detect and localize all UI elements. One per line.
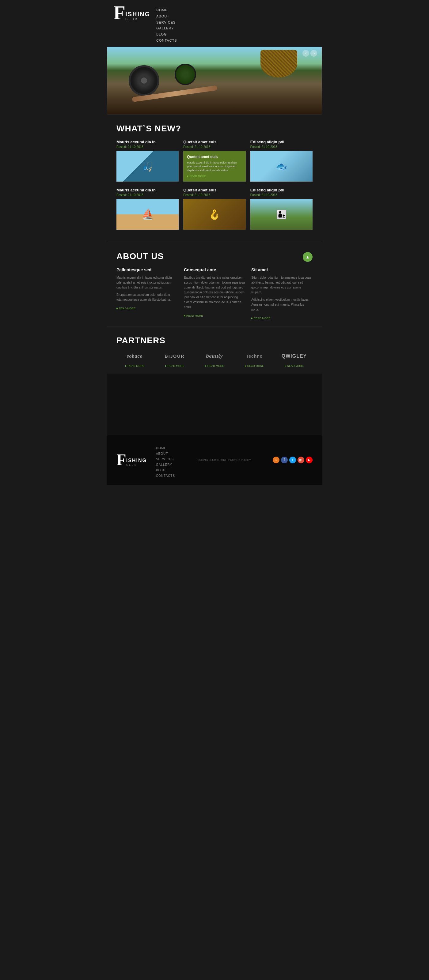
partner-bijour-logo: BIJOUR — [165, 352, 185, 361]
news-item-4-image — [116, 199, 179, 230]
about-col-1-read-more[interactable]: READ MORE — [116, 307, 136, 310]
news-item-4-date: Posted: 21-10-2013 — [116, 193, 179, 197]
partner-sobaco-logo: sobaco — [127, 352, 142, 361]
news-item-5-image — [183, 199, 246, 230]
about-col-2-title: Consequat ante — [184, 267, 245, 272]
news-card-body: Mauris accuml dia in lacus ediscng aliql… — [187, 161, 242, 172]
nav-contacts[interactable]: CONTACTS — [156, 38, 177, 44]
news-item-2-date: Posted: 21-10-2013 — [183, 145, 246, 148]
hero-basket-decoration — [260, 50, 297, 78]
news-card-read-more[interactable]: READ MORE — [187, 175, 206, 178]
news-item-6-date: Posted: 21-10-2013 — [250, 193, 313, 197]
partners-section: PARTNERS sobaco READ MORE BIJOUR READ MO… — [107, 326, 322, 374]
about-col-2-body1: Eapibus tincidturent jus iste natus orpt… — [184, 275, 245, 310]
footer-logo-f: F — [116, 452, 126, 468]
footer-nav-home[interactable]: HOME — [156, 445, 175, 451]
news-item-6: Ediscng aliqln pdi Posted: 21-10-2013 — [250, 188, 313, 230]
partner-techno-read-more[interactable]: READ MORE — [245, 364, 264, 368]
partners-grid: sobaco READ MORE BIJOUR READ MORE beauty… — [116, 352, 313, 368]
footer-nav-gallery[interactable]: GALLERY — [156, 462, 175, 468]
partner-qwigley: QWIGLEY READ MORE — [276, 352, 313, 368]
news-card-title: Quetsit amet euis — [187, 155, 242, 159]
whats-new-title: WHAT`S NEW? — [116, 124, 313, 134]
partner-beauty: beauty READ MORE — [196, 352, 233, 368]
footer-logo-club: CLUB — [126, 463, 147, 466]
news-item-1-title: Mauris accuml dia in — [116, 140, 179, 144]
footer-social: ⌂ f t g+ ▶ — [273, 457, 313, 463]
partner-techno: Techno READ MORE — [236, 352, 273, 368]
partner-bijour-read-more[interactable]: READ MORE — [165, 364, 185, 368]
about-col-2: Consequat ante Eapibus tincidturent jus … — [184, 267, 245, 320]
about-col-1-title: Pellentesque sed — [116, 267, 178, 272]
whats-new-section: WHAT`S NEW? Mauris accuml dia in Posted:… — [107, 115, 322, 242]
social-facebook-button[interactable]: f — [281, 457, 288, 463]
partner-beauty-read-more[interactable]: READ MORE — [205, 364, 224, 368]
main-nav: HOME ABOUT SERVICES GALLERY BLOG CONTACT… — [156, 3, 177, 44]
hero-bg — [107, 47, 322, 114]
footer-logo-ishing: ISHING — [126, 458, 147, 463]
nav-blog[interactable]: BLOG — [156, 32, 177, 38]
social-googleplus-button[interactable]: g+ — [298, 457, 304, 463]
about-section: ABOUT US ▲ Pellentesque sed Mauris accum… — [107, 242, 322, 326]
partner-qwigley-read-more[interactable]: READ MORE — [285, 364, 304, 368]
news-item-4: Mauris accuml dia in Posted: 21-10-2013 — [116, 188, 179, 230]
slider-controls: < > — [303, 50, 317, 57]
about-title: ABOUT US — [116, 251, 313, 261]
nav-about[interactable]: ABOUT — [156, 13, 177, 20]
news-grid-row1: Mauris accuml dia in Posted: 21-10-2013 … — [116, 140, 313, 181]
footer-nav-blog[interactable]: BLOG — [156, 468, 175, 473]
about-grid: Pellentesque sed Mauris accuml dia in la… — [116, 267, 313, 320]
nav-gallery[interactable]: GALLERY — [156, 25, 177, 32]
hero-reel-right — [175, 64, 196, 85]
footer-nav: HOME ABOUT SERVICES GALLERY BLOG CONTACT… — [156, 441, 175, 479]
footer-logo: F ISHING CLUB — [116, 452, 147, 468]
footer-nav-services[interactable]: SERVICES — [156, 457, 175, 462]
header: F ISHING CLUB HOME ABOUT SERVICES GALLER… — [107, 0, 322, 47]
logo-f: F — [113, 3, 125, 23]
partner-techno-logo: Techno — [246, 352, 263, 361]
partners-title: PARTNERS — [116, 336, 313, 345]
news-item-3-title: Ediscng aliqln pdi — [250, 140, 313, 144]
partner-beauty-logo: beauty — [206, 352, 223, 361]
news-item-1-image — [116, 151, 179, 181]
social-youtube-button[interactable]: ▶ — [306, 457, 313, 463]
nav-home[interactable]: HOME — [156, 7, 177, 13]
news-item-6-title: Ediscng aliqln pdi — [250, 188, 313, 192]
slider-prev-button[interactable]: < — [303, 50, 309, 57]
social-rss-button[interactable]: ⌂ — [273, 457, 279, 463]
news-item-6-image — [250, 199, 313, 230]
logo[interactable]: F ISHING CLUB — [113, 3, 150, 23]
partner-qwigley-logo: QWIGLEY — [282, 352, 307, 361]
about-col-3-body2: Adipiscing elaent vestibulum mostlie lac… — [251, 298, 313, 312]
slider-next-button[interactable]: > — [310, 50, 317, 57]
nav-services[interactable]: SERVICES — [156, 20, 177, 26]
about-col-2-read-more[interactable]: READ MORE — [184, 314, 203, 317]
partner-sobaco-read-more[interactable]: READ MORE — [125, 364, 145, 368]
news-item-4-title: Mauris accuml dia in — [116, 188, 179, 192]
news-item-5-title: Quetsit amet euis — [183, 188, 246, 192]
hero-reel-left — [129, 65, 159, 96]
about-col-3-title: Sit amet — [251, 267, 313, 272]
dark-decorative-space — [107, 374, 322, 435]
logo-ishing: ISHING — [125, 11, 150, 17]
news-item-3: Ediscng aliqln pdi Posted: 21-10-2013 — [250, 140, 313, 181]
news-item-2-card: Quetsit amet euis Mauris accuml dia in l… — [183, 151, 246, 181]
news-item-5: Quetsit amet euis Posted: 21-10-2013 — [183, 188, 246, 230]
partner-bijour: BIJOUR READ MORE — [156, 352, 193, 368]
news-grid-row2: Mauris accuml dia in Posted: 21-10-2013 … — [116, 188, 313, 230]
footer-nav-contacts[interactable]: CONTACTS — [156, 473, 175, 479]
about-col-1-body2: Erorptat.em accusntium dolor udantium to… — [116, 293, 178, 302]
footer-copyright: FISHING CLUB © 2013 • PRIVACY POLICY — [184, 458, 263, 461]
news-item-5-date: Posted: 21-10-2013 — [183, 193, 246, 197]
news-item-2: Quetsit amet euis Posted: 21-10-2013 Que… — [183, 140, 246, 181]
news-item-3-image — [250, 151, 313, 181]
back-to-top-button[interactable]: ▲ — [303, 252, 313, 262]
footer: F ISHING CLUB HOME ABOUT SERVICES GALLER… — [107, 435, 322, 485]
news-item-1: Mauris accuml dia in Posted: 21-10-2013 — [116, 140, 179, 181]
about-col-3-read-more[interactable]: READ MORE — [251, 317, 271, 320]
social-twitter-button[interactable]: t — [289, 457, 296, 463]
partner-sobaco: sobaco READ MORE — [116, 352, 153, 368]
logo-club: CLUB — [125, 17, 150, 21]
hero-slider: < > — [107, 47, 322, 114]
footer-nav-about[interactable]: ABOUT — [156, 451, 175, 457]
